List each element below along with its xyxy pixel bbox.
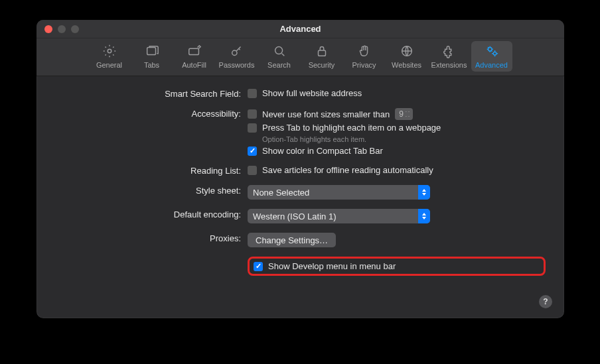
compact-color-option[interactable]: Show color in Compact Tab Bar: [248, 146, 546, 156]
tab-passwords[interactable]: Passwords: [216, 41, 258, 72]
change-settings-button[interactable]: Change Settings…: [248, 233, 336, 247]
show-full-address-option[interactable]: Show full website address: [248, 88, 546, 98]
press-tab-text: Press Tab to highlight each item on a we…: [262, 123, 441, 133]
tab-label: General: [96, 61, 122, 69]
svg-point-7: [488, 48, 492, 52]
show-full-address-text: Show full website address: [262, 88, 362, 98]
tab-label: Extensions: [431, 61, 467, 69]
preferences-window: Advanced General Tabs AutoFill Passwords: [37, 20, 564, 318]
proxies-label: Proxies:: [55, 233, 248, 243]
min-font-size-option[interactable]: Never use font sizes smaller than 9: [248, 108, 546, 120]
style-sheet-label: Style sheet:: [55, 185, 248, 196]
content-pane: Smart Search Field: Show full website ad…: [37, 76, 564, 318]
close-window-button[interactable]: [44, 25, 52, 33]
show-develop-menu-checkbox[interactable]: [254, 262, 263, 271]
save-offline-checkbox[interactable]: [248, 166, 257, 175]
titlebar: Advanced: [37, 20, 564, 38]
default-encoding-value: Western (ISO Latin 1): [253, 212, 336, 221]
show-develop-menu-option[interactable]: Show Develop menu in menu bar: [254, 261, 396, 271]
accessibility-label: Accessibility:: [55, 108, 248, 119]
tab-autofill[interactable]: AutoFill: [174, 41, 215, 72]
svg-rect-2: [188, 48, 198, 54]
tab-security[interactable]: Security: [301, 41, 342, 72]
min-font-size-select[interactable]: 9: [395, 108, 413, 120]
globe-icon: [400, 44, 414, 60]
magnifier-icon: [272, 44, 287, 60]
reading-list-label: Reading List:: [55, 165, 248, 176]
tab-label: Advanced: [475, 61, 508, 69]
key-icon: [230, 44, 244, 60]
smart-search-label: Smart Search Field:: [55, 88, 248, 99]
help-button[interactable]: ?: [539, 295, 552, 308]
tab-websites[interactable]: Websites: [386, 41, 427, 72]
tab-label: Tabs: [144, 61, 159, 69]
spacer: [55, 257, 248, 257]
minimize-window-button[interactable]: [58, 25, 66, 33]
tab-label: Security: [309, 61, 335, 69]
compact-color-checkbox[interactable]: [248, 147, 257, 156]
show-full-address-checkbox[interactable]: [248, 89, 257, 98]
zoom-window-button[interactable]: [71, 25, 79, 33]
tab-label: Privacy: [352, 61, 376, 69]
pencil-box-icon: [187, 44, 202, 60]
tab-label: Passwords: [219, 61, 255, 69]
save-offline-option[interactable]: Save articles for offline reading automa…: [248, 165, 546, 175]
tab-extensions[interactable]: Extensions: [429, 41, 470, 72]
default-encoding-select[interactable]: Western (ISO Latin 1): [248, 209, 430, 223]
svg-rect-1: [147, 48, 155, 55]
lock-icon: [315, 44, 329, 60]
press-tab-option[interactable]: Press Tab to highlight each item on a we…: [248, 123, 546, 133]
svg-rect-5: [318, 50, 325, 56]
press-tab-checkbox[interactable]: [248, 123, 257, 133]
preferences-toolbar: General Tabs AutoFill Passwords Search: [37, 38, 564, 76]
tab-label: Websites: [392, 61, 421, 69]
gear-icon: [102, 44, 117, 60]
tab-privacy[interactable]: Privacy: [344, 41, 385, 72]
min-font-size-text: Never use font sizes smaller than: [262, 109, 390, 119]
hand-icon: [357, 44, 372, 60]
tab-label: AutoFill: [182, 61, 206, 69]
tab-search[interactable]: Search: [259, 41, 300, 72]
save-offline-text: Save articles for offline reading automa…: [262, 165, 433, 175]
tab-label: Search: [267, 61, 291, 69]
style-sheet-value: None Selected: [253, 188, 309, 198]
gears-icon: [485, 44, 499, 60]
tabs-icon: [145, 44, 159, 60]
svg-point-4: [275, 47, 282, 54]
develop-menu-highlight: Show Develop menu in menu bar: [248, 257, 546, 276]
svg-point-8: [493, 52, 496, 55]
default-encoding-label: Default encoding:: [55, 209, 248, 219]
tab-tabs[interactable]: Tabs: [131, 41, 173, 72]
window-title: Advanced: [37, 24, 564, 34]
svg-point-0: [108, 49, 112, 53]
svg-point-3: [232, 50, 236, 55]
show-develop-menu-text: Show Develop menu in menu bar: [268, 261, 396, 271]
window-controls: [44, 25, 79, 33]
style-sheet-select[interactable]: None Selected: [248, 185, 430, 200]
min-font-size-checkbox[interactable]: [248, 109, 257, 119]
press-tab-hint: Option-Tab highlights each item.: [262, 135, 546, 143]
tab-general[interactable]: General: [89, 41, 130, 72]
chevron-updown-icon: [418, 209, 430, 223]
tab-advanced[interactable]: Advanced: [471, 41, 512, 72]
puzzle-icon: [442, 44, 457, 60]
compact-color-text: Show color in Compact Tab Bar: [262, 146, 383, 156]
chevron-updown-icon: [418, 185, 430, 200]
